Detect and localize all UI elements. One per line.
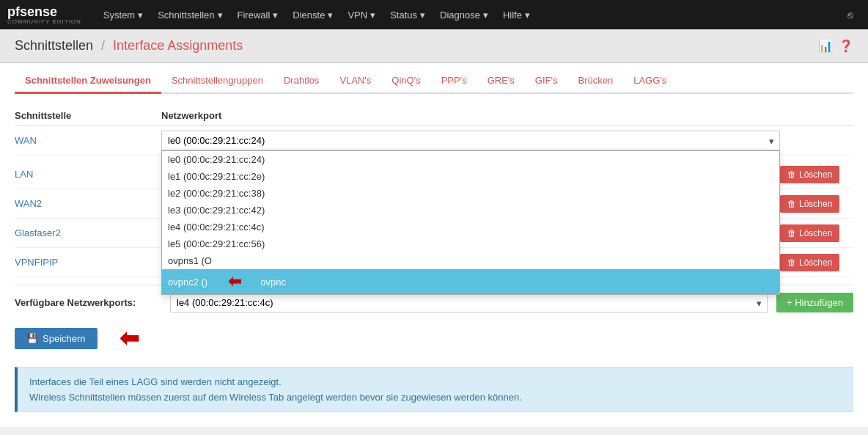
table-row-wan: WAN le0 (00:0c:29:21:cc:24) ▾ le0 (00:0c… <box>15 126 853 156</box>
glasfaser2-delete-label: Löschen <box>799 228 832 238</box>
tab-gifs[interactable]: GIF's <box>525 69 568 94</box>
interface-vpnfipip: VPNFIPIP <box>15 257 161 268</box>
save-row: 💾 Speichern ⬅ <box>15 318 853 361</box>
nav-diagnose[interactable]: Diagnose ▾ <box>433 0 496 29</box>
interface-glasfaser2: Glasfaser2 <box>15 227 161 238</box>
nav-system[interactable]: System ▾ <box>96 0 150 29</box>
chart-icon[interactable]: 📊 <box>818 39 833 53</box>
nav-schnittstellen-label: Schnittstellen <box>158 10 214 21</box>
nav-hilfe[interactable]: Hilfe ▾ <box>496 0 537 29</box>
wan2-action[interactable]: 🗑 Löschen <box>780 195 853 213</box>
breadcrumb: Schnittstellen / Interface Assignments <box>15 38 243 54</box>
trash-icon: 🗑 <box>787 169 796 180</box>
dropdown-arrow-annotation: ⬅ <box>228 272 241 291</box>
trash-icon: 🗑 <box>787 257 796 268</box>
navbar: pfsense COMMUNITY EDITION System ▾ Schni… <box>0 0 868 29</box>
nav-dienste[interactable]: Dienste ▾ <box>285 0 340 29</box>
chevron-icon: ▾ <box>218 10 223 21</box>
wan-select-box[interactable]: le0 (00:0c:29:21:cc:24) ▾ <box>161 131 780 150</box>
vpnfipip-delete-label: Löschen <box>799 257 832 268</box>
wan-dropdown[interactable]: le0 (00:0c:29:21:cc:24) le1 (00:0c:29:21… <box>161 150 780 295</box>
nav-system-label: System <box>103 10 135 21</box>
main-content: Schnittstellen Zuweisungen Schnittstelle… <box>0 63 868 427</box>
save-icon: 💾 <box>26 333 38 344</box>
col-header-interface: Schnittstelle <box>15 110 161 121</box>
drop-item-7[interactable]: ovpnc2 () ⬅ ovpnc <box>162 269 779 294</box>
breadcrumb-parent[interactable]: Schnittstellen <box>15 38 93 53</box>
add-button[interactable]: + Hinzufügen <box>776 293 853 312</box>
save-label: Speichern <box>43 333 86 344</box>
info-line1: Interfaces die Teil eines LAGG sind werd… <box>29 376 841 387</box>
drop-item-3[interactable]: le3 (00:0c:29:21:cc:42) <box>162 202 779 219</box>
interface-lan: LAN <box>15 169 161 180</box>
chevron-icon: ▾ <box>328 10 333 21</box>
drop-item-4[interactable]: le4 (00:0c:29:21:cc:4c) <box>162 219 779 235</box>
wan-select-wrapper[interactable]: le0 (00:0c:29:21:cc:24) ▾ le0 (00:0c:29:… <box>161 131 780 150</box>
drop-item-0[interactable]: le0 (00:0c:29:21:cc:24) <box>162 151 779 168</box>
chevron-icon: ▾ <box>138 10 143 21</box>
chevron-icon: ▾ <box>273 10 278 21</box>
save-button[interactable]: 💾 Speichern <box>15 328 98 349</box>
nav-vpn-label: VPN <box>347 10 367 21</box>
chevron-icon: ▾ <box>370 10 375 21</box>
tab-gres[interactable]: GRE's <box>477 69 525 94</box>
logo: pfsense COMMUNITY EDITION <box>7 5 81 25</box>
header-icons: 📊 ❓ <box>818 39 853 53</box>
logout-icon[interactable]: ⎋ <box>840 10 861 21</box>
tab-brucken[interactable]: Brücken <box>567 69 623 94</box>
nav-dienste-label: Dienste <box>293 10 325 21</box>
table-header: Schnittstelle Netzwerkport <box>15 106 853 126</box>
nav-schnittstellen[interactable]: Schnittstellen ▾ <box>150 0 229 29</box>
breadcrumb-separator: / <box>101 38 105 53</box>
interface-wan2: WAN2 <box>15 198 161 209</box>
glasfaser2-action[interactable]: 🗑 Löschen <box>780 224 853 242</box>
chevron-icon: ▾ <box>525 10 530 21</box>
col-header-port: Netzwerkport <box>161 110 780 121</box>
help-icon[interactable]: ❓ <box>839 39 853 53</box>
tab-schnittstellen-zuweisungen[interactable]: Schnittstellen Zuweisungen <box>15 69 161 94</box>
page-header: Schnittstellen / Interface Assignments 📊… <box>0 29 868 63</box>
tab-qinqs[interactable]: QinQ's <box>381 69 430 94</box>
tab-drahtlos[interactable]: Drahtlos <box>273 69 329 94</box>
tab-schnittstellengruppen[interactable]: Schnittstellengruppen <box>161 69 273 94</box>
glasfaser2-delete-button[interactable]: 🗑 Löschen <box>780 224 839 242</box>
available-label: Verfügbare Netzwerkports: <box>15 297 161 308</box>
wan-select-arrow: ▾ <box>769 135 774 146</box>
add-label: + Hinzufügen <box>787 297 843 308</box>
tab-ppps[interactable]: PPP's <box>431 69 477 94</box>
vpnfipip-action[interactable]: 🗑 Löschen <box>780 254 853 271</box>
nav-status-label: Status <box>390 10 417 21</box>
logo-subtitle: COMMUNITY EDITION <box>7 18 81 25</box>
save-arrow-annotation: ⬅ <box>119 324 139 352</box>
available-select[interactable]: le4 (00:0c:29:21:cc:4c) <box>170 293 768 312</box>
trash-icon: 🗑 <box>787 228 796 238</box>
drop-item-2[interactable]: le2 (00:0c:29:21:cc:38) <box>162 185 779 202</box>
info-line2: Wireless Schnittstellen müssen zuerst au… <box>29 392 841 403</box>
nav-vpn[interactable]: VPN ▾ <box>340 0 383 29</box>
wan2-delete-button[interactable]: 🗑 Löschen <box>780 195 839 213</box>
nav-firewall-label: Firewall <box>238 10 271 21</box>
tab-vlans[interactable]: VLAN's <box>329 69 381 94</box>
lan-delete-button[interactable]: 🗑 Löschen <box>780 166 839 183</box>
drop-item-5[interactable]: le5 (00:0c:29:21:cc:56) <box>162 235 779 252</box>
drop-item-6[interactable]: ovpns1 (O <box>162 252 779 269</box>
drop-item-1[interactable]: le1 (00:0c:29:21:cc:2e) <box>162 168 779 185</box>
chevron-icon: ▾ <box>483 10 488 21</box>
info-box: Interfaces die Teil eines LAGG sind werd… <box>15 367 853 412</box>
nav-firewall[interactable]: Firewall ▾ <box>230 0 286 29</box>
tab-laggs[interactable]: LAGG's <box>623 69 677 94</box>
vpnfipip-delete-button[interactable]: 🗑 Löschen <box>780 254 839 271</box>
available-select-wrapper[interactable]: le4 (00:0c:29:21:cc:4c) <box>170 293 768 312</box>
wan2-delete-label: Löschen <box>799 199 832 209</box>
ovpnc-label: ovpnc <box>250 275 296 289</box>
logo-text: pfsense <box>7 5 81 18</box>
lan-action[interactable]: 🗑 Löschen <box>780 166 853 183</box>
interface-wan: WAN <box>15 131 161 146</box>
col-header-action <box>780 110 853 121</box>
drop-item-7-label: ovpnc2 () <box>168 277 207 288</box>
wan-selected-value: le0 (00:0c:29:21:cc:24) <box>168 135 265 146</box>
wan-port-container: le0 (00:0c:29:21:cc:24) ▾ le0 (00:0c:29:… <box>161 131 780 150</box>
nav-diagnose-label: Diagnose <box>440 10 480 21</box>
nav-status[interactable]: Status ▾ <box>383 0 433 29</box>
breadcrumb-current: Interface Assignments <box>113 38 243 53</box>
